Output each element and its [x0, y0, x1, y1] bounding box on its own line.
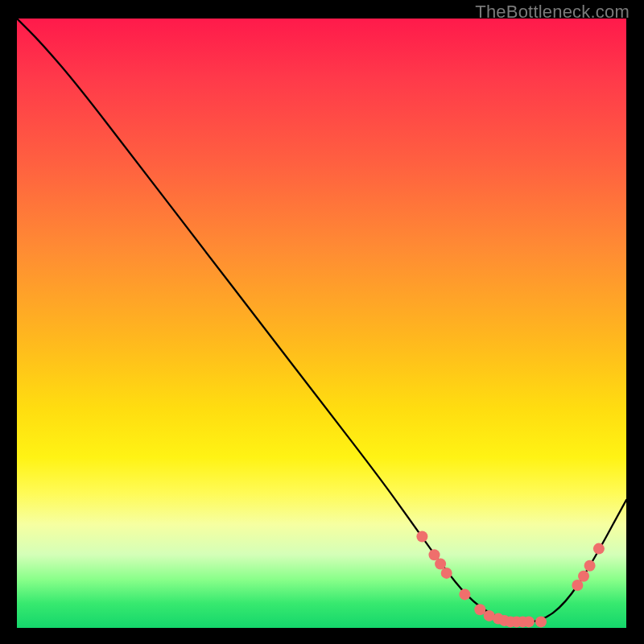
data-marker [593, 543, 605, 555]
data-marker [441, 568, 452, 579]
data-marker [459, 588, 470, 600]
data-marker [535, 616, 547, 627]
chart-stage: TheBottleneck.com [0, 0, 644, 644]
data-marker [435, 559, 446, 570]
data-marker [578, 571, 589, 582]
plot-area [17, 19, 626, 628]
watermark-label: TheBottleneck.com [475, 2, 630, 23]
bottleneck-curve [17, 19, 626, 621]
data-marker [474, 604, 485, 615]
data-marker [584, 560, 596, 572]
curve-overlay [17, 19, 626, 628]
data-marker [416, 531, 427, 543]
data-marker [523, 616, 535, 627]
